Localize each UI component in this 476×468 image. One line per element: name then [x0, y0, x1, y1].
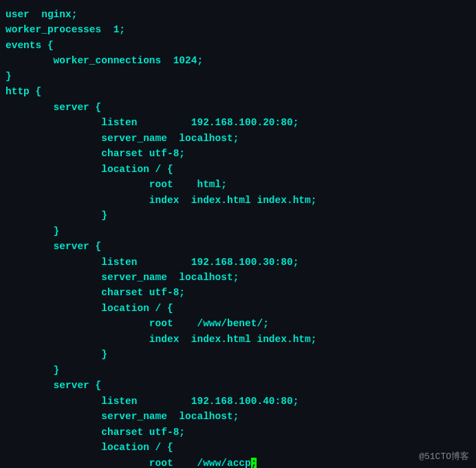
code-text: listen 192.168.100.30:80;: [6, 257, 299, 268]
code-text: root /www/accp: [6, 458, 251, 468]
code-line: }: [6, 363, 470, 378]
code-line: http {: [6, 84, 470, 99]
code-text: server_name localhost;: [6, 411, 239, 422]
code-content: user nginx;worker_processes 1;events { w…: [6, 7, 470, 468]
code-editor: user nginx;worker_processes 1;events { w…: [0, 0, 476, 468]
code-line: server {: [6, 100, 470, 115]
code-text: }: [6, 226, 59, 237]
code-line: server_name localhost;: [6, 131, 470, 146]
code-text: charset utf-8;: [6, 148, 185, 159]
code-text: root /www/benet/;: [6, 318, 269, 329]
code-line: }: [6, 69, 470, 84]
code-line: charset utf-8;: [6, 425, 470, 440]
code-text: location / {: [6, 164, 173, 175]
code-line: listen 192.168.100.30:80;: [6, 255, 470, 270]
code-line: location / {: [6, 162, 470, 177]
code-line: listen 192.168.100.20:80;: [6, 115, 470, 130]
code-text: location / {: [6, 442, 173, 453]
code-text: worker_processes 1;: [6, 24, 125, 35]
code-line: listen 192.168.100.40:80;: [6, 394, 470, 409]
code-line: server_name localhost;: [6, 270, 470, 285]
code-line: worker_connections 1024;: [6, 53, 470, 68]
code-line: index index.html index.htm;: [6, 193, 470, 208]
code-line: server {: [6, 378, 470, 393]
code-line: charset utf-8;: [6, 285, 470, 300]
code-text: server_name localhost;: [6, 133, 239, 144]
code-text: charset utf-8;: [6, 287, 185, 298]
code-line: root html;: [6, 177, 470, 192]
code-text: }: [6, 210, 107, 221]
code-line: server_name localhost;: [6, 409, 470, 424]
code-line: worker_processes 1;: [6, 22, 470, 37]
code-text: }: [6, 365, 59, 376]
code-text: index index.html index.htm;: [6, 334, 316, 345]
code-text: listen 192.168.100.20:80;: [6, 117, 299, 128]
code-text: user nginx;: [6, 9, 77, 20]
code-text: server {: [6, 102, 101, 113]
code-line: index index.html index.htm;: [6, 332, 470, 347]
code-line: root /www/benet/;: [6, 316, 470, 331]
code-line: location / {: [6, 301, 470, 316]
code-text: server {: [6, 241, 101, 252]
code-text: listen 192.168.100.40:80;: [6, 396, 299, 407]
code-text: }: [6, 71, 12, 82]
code-line: charset utf-8;: [6, 146, 470, 161]
highlighted-char: ;: [251, 458, 257, 468]
code-line: location / {: [6, 440, 470, 455]
code-text: events {: [6, 40, 54, 51]
code-line: }: [6, 208, 470, 223]
code-line: server {: [6, 239, 470, 254]
code-line: root /www/accp;: [6, 456, 470, 468]
code-text: server_name localhost;: [6, 272, 239, 283]
code-text: index index.html index.htm;: [6, 195, 316, 206]
watermark: @51CTO博客: [419, 450, 469, 462]
code-line: user nginx;: [6, 7, 470, 22]
code-text: root html;: [6, 179, 227, 190]
code-text: charset utf-8;: [6, 427, 185, 438]
code-text: server {: [6, 380, 101, 391]
code-text: worker_connections 1024;: [6, 55, 203, 66]
code-text: http {: [6, 86, 41, 97]
code-line: }: [6, 347, 470, 362]
code-text: location / {: [6, 303, 173, 314]
code-line: events {: [6, 38, 470, 53]
code-line: }: [6, 224, 470, 239]
code-text: }: [6, 349, 107, 360]
